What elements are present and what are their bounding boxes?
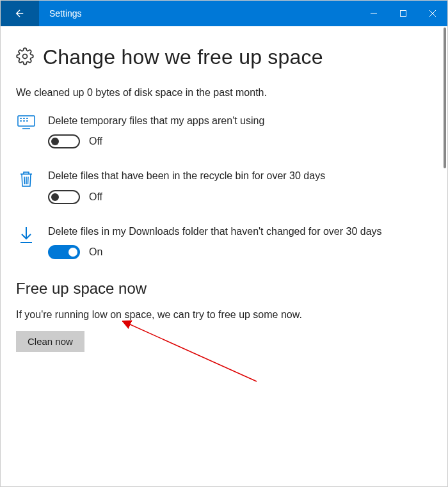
toggle-temp-files[interactable] xyxy=(48,134,80,148)
clean-now-button[interactable]: Clean now xyxy=(16,331,84,352)
section-description: If you're running low on space, we can t… xyxy=(16,309,432,321)
gear-icon xyxy=(16,47,34,68)
back-arrow-icon xyxy=(14,8,26,19)
monitor-icon xyxy=(16,114,36,148)
svg-line-15 xyxy=(28,177,29,184)
svg-line-19 xyxy=(129,324,257,381)
toggle-state-text: Off xyxy=(89,191,102,203)
maximize-icon xyxy=(399,10,407,17)
trash-icon xyxy=(16,169,36,204)
status-text: We cleaned up 0 bytes of disk space in t… xyxy=(16,87,432,99)
minimize-icon xyxy=(370,10,378,17)
toggle-state-text: Off xyxy=(89,136,102,147)
caption-buttons xyxy=(359,1,447,26)
content-area: Change how we free up space We cleaned u… xyxy=(1,26,447,487)
titlebar: Settings xyxy=(1,1,447,26)
option-label: Delete temporary files that my apps aren… xyxy=(48,114,432,128)
option-recycle-bin: Delete files that have been in the recyc… xyxy=(16,169,432,204)
svg-point-4 xyxy=(23,54,28,58)
minimize-button[interactable] xyxy=(359,1,388,26)
svg-line-13 xyxy=(24,177,25,184)
download-icon xyxy=(16,225,36,259)
toggle-recycle-bin[interactable] xyxy=(48,190,80,204)
close-button[interactable] xyxy=(418,1,447,26)
page-header: Change how we free up space xyxy=(16,45,432,69)
back-button[interactable] xyxy=(1,1,39,26)
toggle-state-text: On xyxy=(89,246,102,258)
toggle-downloads[interactable] xyxy=(48,245,80,259)
annotation-arrow xyxy=(122,317,263,388)
section-heading: Free up space now xyxy=(16,280,432,298)
page-title: Change how we free up space xyxy=(43,45,323,69)
option-label: Delete files in my Downloads folder that… xyxy=(48,225,432,239)
option-label: Delete files that have been in the recyc… xyxy=(48,169,432,183)
scrollbar-thumb[interactable] xyxy=(444,28,446,168)
option-downloads: Delete files in my Downloads folder that… xyxy=(16,225,432,259)
svg-rect-1 xyxy=(401,11,406,17)
maximize-button[interactable] xyxy=(388,1,418,26)
close-icon xyxy=(429,10,436,17)
option-temp-files: Delete temporary files that my apps aren… xyxy=(16,114,432,148)
window-title: Settings xyxy=(39,8,359,19)
